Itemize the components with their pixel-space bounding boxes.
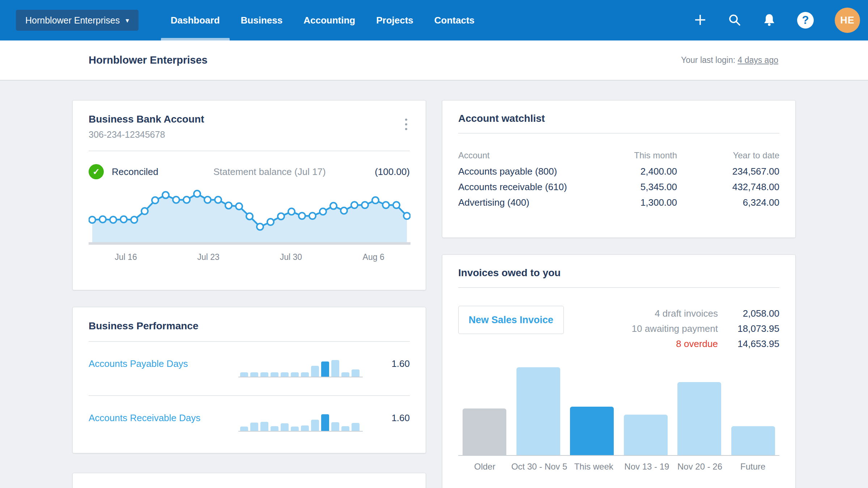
x-tick: Jul 23 — [197, 252, 220, 262]
check-circle-icon: ✓ — [89, 164, 104, 179]
statement-balance-value: (100.00) — [375, 166, 410, 177]
reconciled-status-row: ✓ Reconciled Statement balance (Jul 17) … — [89, 164, 410, 179]
draft-invoices-link[interactable]: 4 draft invoices — [564, 308, 718, 319]
x-tick: Aug 6 — [363, 252, 384, 262]
watchlist-table: Account This month Year to date Accounts… — [458, 147, 779, 210]
top-navigation-bar: Hornblower Enterprises ▾ Dashboard Busin… — [0, 0, 868, 40]
search-button[interactable] — [728, 13, 741, 28]
draft-invoices-amount: 2,058.00 — [718, 308, 779, 319]
top-actions: ? HE — [694, 8, 860, 33]
year-to-date-value: 234,567.00 — [677, 166, 779, 177]
overdue-link[interactable]: 8 overdue — [564, 338, 718, 350]
help-button[interactable]: ? — [797, 12, 814, 29]
accounts-receivable-days-value: 1.60 — [391, 412, 410, 424]
awaiting-payment-amount: 18,073.95 — [718, 323, 779, 334]
year-to-date-value: 6,324.00 — [677, 197, 779, 208]
bell-icon — [762, 13, 776, 28]
org-switcher-button[interactable]: Hornblower Enterprises ▾ — [16, 10, 139, 31]
invoice-bar[interactable] — [624, 415, 668, 455]
page-title: Hornblower Enterprises — [89, 54, 208, 66]
table-row[interactable]: Advertising (400) 1,300.00 6,324.00 — [458, 195, 779, 210]
avatar[interactable]: HE — [835, 8, 860, 33]
dashboard-grid: Business Bank Account 306-234-12345678 ✓… — [0, 81, 868, 488]
x-tick: Jul 30 — [280, 252, 302, 262]
invoices-chart-x-labels: Older Oct 30 - Nov 5 This week Nov 13 - … — [458, 462, 779, 472]
table-row[interactable]: Accounts receivable (610) 5,345.00 432,7… — [458, 179, 779, 195]
this-month-value: 1,300.00 — [569, 197, 677, 208]
x-tick: Older — [458, 462, 511, 472]
divider — [458, 287, 779, 288]
accounts-receivable-days-link[interactable]: Accounts Receivable Days — [89, 412, 213, 424]
performance-row: Accounts Payable Days 1.60 — [89, 342, 410, 386]
invoices-summary: 4 draft invoices 2,058.00 10 awaiting pa… — [564, 306, 779, 351]
add-button[interactable] — [694, 13, 707, 27]
summary-row: 4 draft invoices 2,058.00 — [564, 306, 779, 321]
chevron-down-icon: ▾ — [125, 17, 129, 24]
bank-account-number: 306-234-12345678 — [89, 129, 410, 140]
invoice-bar[interactable] — [677, 382, 721, 455]
summary-row: 8 overdue 14,653.95 — [564, 336, 779, 351]
search-icon — [728, 13, 741, 28]
bank-balance-chart: Jul 16 Jul 23 Jul 30 Aug 6 — [89, 189, 410, 267]
tab-dashboard[interactable]: Dashboard — [160, 0, 230, 40]
watchlist-card-title: Account watchlist — [458, 113, 779, 124]
dashboard-page: Hornblower Enterprises ▾ Dashboard Busin… — [0, 0, 868, 488]
next-card-partial — [72, 473, 426, 488]
invoice-bar[interactable] — [570, 407, 614, 455]
invoices-bar-chart — [458, 368, 779, 456]
x-tick: Oct 30 - Nov 5 — [511, 462, 567, 472]
statement-balance-label: Statement balance (Jul 17) — [213, 166, 375, 177]
kebab-menu-icon[interactable] — [399, 113, 413, 136]
accounts-payable-days-link[interactable]: Accounts Payable Days — [89, 358, 213, 369]
notifications-button[interactable] — [762, 13, 776, 28]
this-month-value: 2,400.00 — [569, 166, 677, 177]
tab-business[interactable]: Business — [230, 0, 293, 40]
right-column: Account watchlist Account This month Yea… — [442, 100, 796, 488]
performance-card-title: Business Performance — [89, 320, 410, 332]
help-icon: ? — [797, 12, 814, 29]
main-nav: Dashboard Business Accounting Projects C… — [160, 0, 485, 40]
tab-contacts[interactable]: Contacts — [424, 0, 485, 40]
invoice-bar[interactable] — [516, 367, 560, 455]
year-to-date-value: 432,748.00 — [677, 181, 779, 193]
new-sales-invoice-button[interactable]: New Sales Invoice — [458, 306, 564, 334]
account-watchlist-card: Account watchlist Account This month Yea… — [442, 100, 796, 238]
divider — [89, 151, 410, 151]
account-name: Accounts receivable (610) — [458, 181, 569, 193]
x-tick: Future — [726, 462, 779, 472]
x-tick: This week — [567, 462, 620, 472]
column-header: Account — [458, 150, 569, 160]
bank-chart-x-labels: Jul 16 Jul 23 Jul 30 Aug 6 — [89, 252, 410, 267]
awaiting-payment-link[interactable]: 10 awaiting payment — [564, 323, 718, 334]
invoices-owed-card: Invoices owed to you New Sales Invoice 4… — [442, 254, 796, 488]
this-month-value: 5,345.00 — [569, 181, 677, 193]
accounts-payable-days-value: 1.60 — [391, 358, 410, 369]
x-tick: Nov 13 - 19 — [620, 462, 673, 472]
accounts-payable-days-chart — [238, 351, 363, 377]
page-header: Hornblower Enterprises Your last login: … — [0, 40, 868, 81]
business-performance-card: Business Performance Accounts Payable Da… — [72, 307, 426, 453]
x-tick: Nov 20 - 26 — [673, 462, 727, 472]
reconciled-status: ✓ Reconciled — [89, 164, 213, 179]
invoices-summary-section: New Sales Invoice 4 draft invoices 2,058… — [458, 306, 779, 351]
reconciled-label: Reconciled — [112, 166, 158, 177]
table-row[interactable]: Accounts payable (800) 2,400.00 234,567.… — [458, 164, 779, 179]
accounts-receivable-days-chart — [238, 405, 363, 432]
org-name: Hornblower Enterprises — [25, 15, 120, 26]
tab-accounting[interactable]: Accounting — [293, 0, 366, 40]
column-header: This month — [569, 150, 677, 160]
column-header: Year to date — [677, 150, 779, 160]
tab-projects[interactable]: Projects — [366, 0, 424, 40]
watchlist-header-row: Account This month Year to date — [458, 147, 779, 164]
performance-row: Accounts Receivable Days 1.60 — [89, 396, 410, 440]
invoice-bar[interactable] — [731, 426, 775, 455]
invoice-bar[interactable] — [463, 408, 506, 455]
summary-row: 10 awaiting payment 18,073.95 — [564, 321, 779, 336]
overdue-amount: 14,653.95 — [718, 338, 779, 350]
last-login-link[interactable]: 4 days ago — [737, 55, 778, 65]
left-column: Business Bank Account 306-234-12345678 ✓… — [72, 100, 426, 488]
plus-icon — [694, 13, 707, 27]
x-tick: Jul 16 — [115, 252, 137, 262]
divider — [458, 133, 779, 133]
account-name: Accounts payable (800) — [458, 166, 569, 177]
